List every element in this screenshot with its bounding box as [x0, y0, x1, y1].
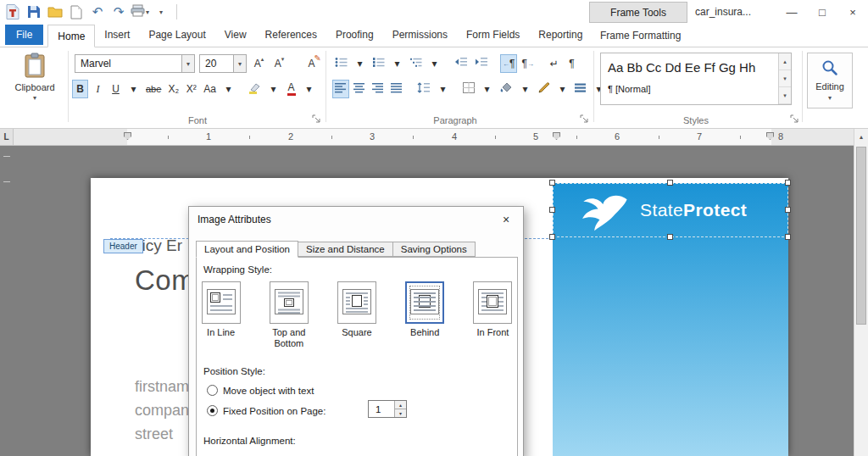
- open-folder-button[interactable]: [46, 2, 64, 22]
- scrollbar-thumb[interactable]: [856, 147, 866, 325]
- tab-reporting[interactable]: Reporting: [529, 24, 592, 47]
- selection-handle[interactable]: [785, 234, 791, 240]
- tab-home[interactable]: Home: [47, 25, 95, 47]
- strikethrough-button[interactable]: abe: [143, 80, 164, 98]
- numbered-list-caret-icon[interactable]: ▾: [389, 54, 405, 73]
- selection-handle[interactable]: [549, 234, 555, 240]
- underline-caret-icon[interactable]: ▾: [125, 80, 142, 98]
- line-break-button[interactable]: ↵: [546, 54, 562, 73]
- spinner-down-icon[interactable]: ▾: [395, 409, 406, 417]
- scroll-up-icon[interactable]: ▴: [854, 129, 868, 144]
- ltr-paragraph-button[interactable]: ←¶: [500, 54, 517, 73]
- placeholder-line[interactable]: street: [135, 425, 173, 443]
- font-size-caret-icon[interactable]: ▾: [233, 55, 246, 72]
- superscript-button[interactable]: X²: [183, 80, 199, 98]
- tab-view[interactable]: View: [215, 24, 256, 47]
- styles-gallery[interactable]: Aa Bb Cc Dd Ee Ff Gg Hh ¶ [Normal] ▴ ▾ ▾: [600, 53, 792, 105]
- minimize-button[interactable]: —: [776, 0, 807, 24]
- tab-stop-selector[interactable]: L: [0, 129, 14, 145]
- styles-scroll-down-icon[interactable]: ▾: [779, 70, 791, 87]
- italic-button[interactable]: I: [90, 80, 106, 98]
- page-number-spinner[interactable]: 1 ▴ ▾: [368, 400, 407, 418]
- font-dialog-launcher[interactable]: [312, 114, 321, 124]
- tab-frame-formatting[interactable]: Frame Formatting: [591, 25, 690, 47]
- editing-search-button[interactable]: Editing ▾: [807, 53, 853, 108]
- selection-handle[interactable]: [667, 234, 673, 240]
- close-button[interactable]: ×: [837, 0, 868, 24]
- font-color-caret-icon[interactable]: ▾: [301, 80, 317, 98]
- tab-proofing[interactable]: Proofing: [326, 24, 383, 47]
- increase-indent-button[interactable]: [472, 54, 491, 73]
- align-left-button[interactable]: [332, 80, 349, 98]
- selection-handle[interactable]: [549, 207, 555, 213]
- paste-button[interactable]: Clipboard ▾: [10, 53, 59, 102]
- dialog-tab-layout-position[interactable]: Layout and Position: [196, 241, 298, 258]
- table-lines-button[interactable]: [572, 80, 589, 98]
- new-document-button[interactable]: [67, 2, 86, 22]
- font-name-caret-icon[interactable]: ▾: [181, 55, 194, 72]
- dialog-close-button[interactable]: ×: [496, 211, 516, 228]
- font-name-combo[interactable]: Marvel ▾: [75, 54, 195, 73]
- tab-permissions[interactable]: Permissions: [383, 24, 457, 47]
- blue-gradient-frame[interactable]: StateProtect: [553, 183, 788, 456]
- app-icon[interactable]: [3, 2, 22, 22]
- tab-page-layout[interactable]: Page Layout: [139, 24, 214, 47]
- styles-scroll-up-icon[interactable]: ▴: [779, 53, 791, 70]
- radio-checked-icon[interactable]: [207, 405, 218, 416]
- multilevel-list-button[interactable]: [407, 54, 425, 73]
- grow-font-button[interactable]: A▴: [251, 54, 267, 73]
- formatting-marks-button[interactable]: ¶: [564, 54, 580, 73]
- underline-button[interactable]: U: [108, 80, 124, 98]
- dialog-tab-size-distance[interactable]: Size and Distance: [298, 242, 393, 257]
- selection-handle[interactable]: [549, 180, 555, 186]
- toolbar-options-button[interactable]: ▾: [152, 2, 170, 22]
- bold-button[interactable]: B: [72, 80, 88, 98]
- font-color-button[interactable]: A: [283, 80, 299, 98]
- bullet-list-caret-icon[interactable]: ▾: [352, 54, 368, 73]
- borders-caret-icon[interactable]: ▾: [479, 80, 495, 98]
- change-case-button[interactable]: Aa: [201, 80, 219, 98]
- header-tag[interactable]: Header: [103, 239, 143, 253]
- line-color-button[interactable]: [535, 80, 553, 98]
- justify-button[interactable]: [388, 80, 405, 98]
- selection-handle[interactable]: [667, 180, 673, 186]
- placeholder-line[interactable]: compan: [135, 402, 189, 420]
- multilevel-list-caret-icon[interactable]: ▾: [426, 54, 442, 73]
- rtl-paragraph-button[interactable]: ¶→: [519, 54, 536, 73]
- dialog-tab-saving-options[interactable]: Saving Options: [393, 242, 476, 257]
- placeholder-line[interactable]: firstnam: [135, 378, 189, 396]
- subscript-button[interactable]: X₂: [165, 80, 181, 98]
- tab-file[interactable]: File: [5, 25, 43, 45]
- borders-button[interactable]: [460, 80, 477, 98]
- fixed-position-option[interactable]: Fixed Position on Page:: [207, 405, 326, 416]
- line-spacing-button[interactable]: [415, 80, 433, 98]
- page-number-value[interactable]: 1: [369, 401, 394, 417]
- styles-more-icon[interactable]: ▾: [779, 87, 791, 104]
- bullet-list-button[interactable]: [332, 54, 350, 73]
- move-with-text-option[interactable]: Move object with text: [207, 385, 314, 396]
- numbered-list-button[interactable]: [370, 54, 387, 73]
- print-button[interactable]: ▾: [131, 2, 149, 22]
- save-button[interactable]: [25, 2, 43, 22]
- selection-handle[interactable]: [785, 207, 791, 213]
- shading-caret-icon[interactable]: ▾: [517, 80, 533, 98]
- wrap-in-front-button[interactable]: [473, 281, 512, 324]
- decrease-indent-button[interactable]: [452, 54, 470, 73]
- horizontal-ruler[interactable]: L 1 2 3 4 5 6 7 8: [0, 129, 854, 146]
- shading-button[interactable]: [497, 80, 515, 98]
- radio-unchecked-icon[interactable]: [207, 385, 218, 396]
- highlight-button[interactable]: [246, 80, 264, 98]
- wrap-inline-button[interactable]: [202, 281, 241, 324]
- font-size-combo[interactable]: 20 ▾: [199, 54, 247, 73]
- style-name[interactable]: ¶ [Normal]: [608, 84, 651, 94]
- line-color-caret-icon[interactable]: ▾: [554, 80, 570, 98]
- align-right-button[interactable]: [370, 80, 387, 98]
- vertical-scrollbar[interactable]: ▴: [854, 129, 868, 456]
- redo-button[interactable]: ↷: [109, 2, 128, 22]
- shrink-font-button[interactable]: A▾: [271, 54, 287, 73]
- styles-dialog-launcher[interactable]: [790, 114, 799, 124]
- line-spacing-caret-icon[interactable]: ▾: [435, 80, 451, 98]
- align-center-button[interactable]: [351, 80, 368, 98]
- maximize-button[interactable]: □: [807, 0, 837, 24]
- selected-logo-image[interactable]: StateProtect: [553, 183, 788, 237]
